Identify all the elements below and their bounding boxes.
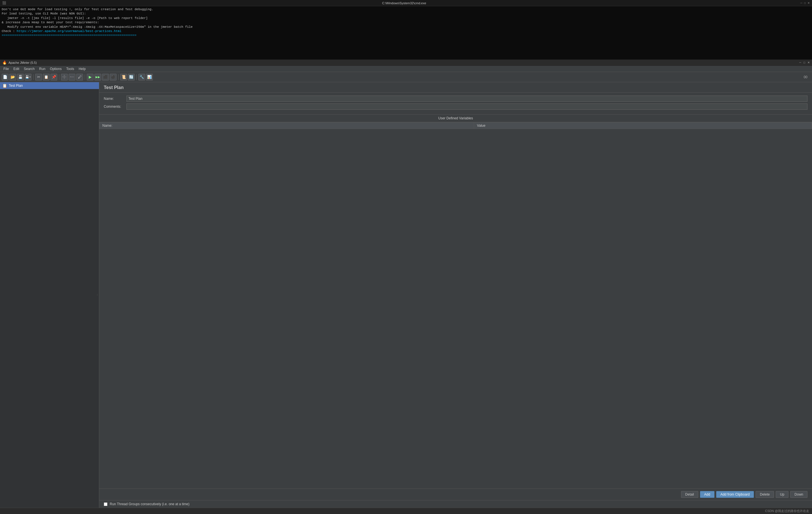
toolbar-right-label: 00 xyxy=(804,75,810,79)
col-name: Name: xyxy=(99,122,474,129)
toolbar-template-btn[interactable]: 📊 xyxy=(146,74,153,81)
toolbar-open-btn[interactable]: 📂 xyxy=(9,74,16,81)
cmd-separator: ========================================… xyxy=(2,33,810,38)
right-panel: Test Plan Name: Comments: User Defined V xyxy=(99,82,812,508)
cmd-line-2: For load testing, use CLI Mode (was NON … xyxy=(2,11,810,16)
detail-button[interactable]: Detail xyxy=(681,491,698,498)
cmd-titlebar: ⬛ C:\Windows\System32\cmd.exe ─ □ ✕ xyxy=(0,0,812,6)
cmd-link: https://jmeter.apache.org/usermanual/bes… xyxy=(17,29,122,33)
cmd-content: Don't use GUI mode for load testing !, o… xyxy=(0,6,812,39)
cmd-line-3: jmeter -n -t [jmx file] -l [results file… xyxy=(2,16,810,21)
menu-tools[interactable]: Tools xyxy=(64,66,76,72)
name-row: Name: xyxy=(104,95,808,102)
toolbar-sep3 xyxy=(85,74,85,80)
toolbar-start-btn[interactable]: ▶ xyxy=(87,74,93,81)
toolbar-remote-btn[interactable]: 🔄 xyxy=(128,74,135,81)
cmd-line-5: Modify current env variable HEAP="-Xms1g… xyxy=(2,25,810,29)
jmeter-titlebar: 🔥 Apache JMeter (5.5) ─ □ ✕ xyxy=(0,60,812,66)
variables-table: Name: Value xyxy=(99,122,812,129)
comments-row: Comments: xyxy=(104,104,808,110)
form-section: Name: Comments: xyxy=(99,93,812,115)
jmeter-minimize-icon[interactable]: ─ xyxy=(799,61,801,64)
cmd-icon: ⬛ xyxy=(2,1,6,5)
cmd-window: ⬛ C:\Windows\System32\cmd.exe ─ □ ✕ Don'… xyxy=(0,0,812,60)
toolbar-shutdown-btn[interactable]: ⚫ xyxy=(110,74,117,81)
panel-header: Test Plan xyxy=(99,82,812,93)
jmeter-maximize-icon[interactable]: □ xyxy=(804,61,805,64)
toolbar-paste-btn[interactable]: 📌 xyxy=(51,74,57,81)
toolbar-start-nopause-btn[interactable]: ▶▶ xyxy=(94,74,101,81)
delete-button[interactable]: Delete xyxy=(756,491,774,498)
maximize-icon[interactable]: □ xyxy=(804,1,806,4)
cmd-win-controls[interactable]: ─ □ ✕ xyxy=(801,1,810,4)
main-content: 📋 Test Plan ⋮ Test Plan Name: xyxy=(0,82,812,508)
footer-bar: Run Thread Groups consecutively (i.e. on… xyxy=(99,500,812,508)
menu-options[interactable]: Options xyxy=(48,66,64,72)
toolbar-clear-btn[interactable]: 🖊 xyxy=(76,74,83,81)
down-button[interactable]: Down xyxy=(790,491,808,498)
run-consecutively-label: Run Thread Groups consecutively (i.e. on… xyxy=(110,502,190,506)
variables-title: User Defined Variables xyxy=(99,115,812,122)
toolbar-script-btn[interactable]: 📜 xyxy=(120,74,127,81)
status-right: CSDN @我走过的路你也许在走 xyxy=(765,509,809,513)
add-button[interactable]: Add xyxy=(700,491,715,498)
cmd-line-4: & increase Java Heap to meet your test r… xyxy=(2,21,810,25)
col-value: Value xyxy=(474,122,812,129)
jmeter-win-controls[interactable]: ─ □ ✕ xyxy=(799,61,810,64)
status-bar: CSDN @我走过的路你也许在走 xyxy=(0,508,812,514)
add-from-clipboard-button[interactable]: Add from Clipboard xyxy=(716,491,754,498)
menu-edit[interactable]: Edit xyxy=(11,66,22,72)
tree-testplan-label: Test Plan xyxy=(9,84,23,88)
toolbar-saveas-btn[interactable]: 💾+ xyxy=(25,74,31,81)
jmeter-title: Apache JMeter (5.5) xyxy=(8,61,799,64)
name-label: Name: xyxy=(104,97,126,101)
sidebar-resize-dots[interactable]: ⋮ xyxy=(95,292,99,297)
bottom-bar: Detail Add Add from Clipboard Delete Up … xyxy=(99,488,812,500)
menu-bar: File Edit Search Run Options Tools Help xyxy=(0,66,812,72)
menu-search[interactable]: Search xyxy=(22,66,37,72)
tree-testplan-icon: 📋 xyxy=(2,83,7,88)
toolbar-new-btn[interactable]: 📄 xyxy=(2,74,8,81)
jmeter-close-icon[interactable]: ✕ xyxy=(808,61,810,64)
cmd-line-6: Check : https://jmeter.apache.org/userma… xyxy=(2,29,810,33)
sidebar: 📋 Test Plan ⋮ xyxy=(0,82,99,508)
name-input[interactable] xyxy=(126,95,808,102)
toolbar-stop-btn[interactable]: ⬛ xyxy=(102,74,109,81)
test-plan-panel: Test Plan Name: Comments: User Defined V xyxy=(99,82,812,508)
toolbar-sep1 xyxy=(33,74,33,80)
toolbar: 📄 📂 💾 💾+ ✂ 📋 📌 ➕ ➖ 🖊 ▶ ▶▶ ⬛ ⚫ 📜 🔄 🔧 📊 00 xyxy=(0,72,812,82)
jmeter-flame-icon: 🔥 xyxy=(2,60,7,65)
run-consecutively-checkbox[interactable] xyxy=(104,503,108,506)
toolbar-remove-btn[interactable]: ➖ xyxy=(68,74,76,81)
toolbar-copy-btn[interactable]: 📋 xyxy=(43,74,50,81)
toolbar-add-btn[interactable]: ➕ xyxy=(61,74,68,81)
toolbar-function-btn[interactable]: 🔧 xyxy=(138,74,145,81)
toolbar-sep5 xyxy=(136,74,137,80)
toolbar-cut-btn[interactable]: ✂ xyxy=(35,74,42,81)
toolbar-sep2 xyxy=(59,74,59,80)
menu-file[interactable]: File xyxy=(1,66,11,72)
comments-input[interactable] xyxy=(126,104,808,110)
tree-item-testplan[interactable]: 📋 Test Plan xyxy=(0,82,99,89)
menu-help[interactable]: Help xyxy=(76,66,88,72)
jmeter-app: 🔥 Apache JMeter (5.5) ─ □ ✕ File Edit Se… xyxy=(0,60,812,514)
up-button[interactable]: Up xyxy=(776,491,788,498)
minimize-icon[interactable]: ─ xyxy=(801,1,802,4)
cmd-title: C:\Windows\System32\cmd.exe xyxy=(8,1,801,5)
menu-run[interactable]: Run xyxy=(37,66,48,72)
cmd-line-1: Don't use GUI mode for load testing !, o… xyxy=(2,7,810,11)
toolbar-save-btn[interactable]: 💾 xyxy=(17,74,24,81)
comments-label: Comments: xyxy=(104,105,126,109)
panel-title: Test Plan xyxy=(104,85,124,90)
variables-section: User Defined Variables Name: Value xyxy=(99,115,812,488)
close-icon[interactable]: ✕ xyxy=(808,1,810,4)
